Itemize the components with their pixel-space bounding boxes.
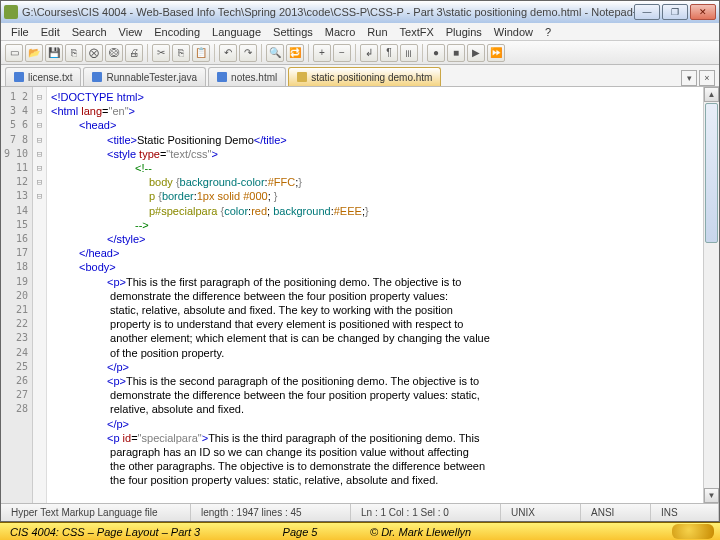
copy-icon[interactable]: ⎘ bbox=[172, 44, 190, 62]
menu-run[interactable]: Run bbox=[361, 26, 393, 38]
toolbar-sep bbox=[422, 44, 423, 62]
menu-file[interactable]: File bbox=[5, 26, 35, 38]
footer-course: CIS 4004: CSS – Page Layout – Part 3 bbox=[0, 526, 240, 538]
vertical-scrollbar[interactable]: ▲ ▼ bbox=[703, 87, 719, 503]
cut-icon[interactable]: ✂ bbox=[152, 44, 170, 62]
menu-textfx[interactable]: TextFX bbox=[394, 26, 440, 38]
tab-static-positioning[interactable]: static positioning demo.htm bbox=[288, 67, 441, 86]
wrap-icon[interactable]: ↲ bbox=[360, 44, 378, 62]
footer-page: Page 5 bbox=[240, 526, 360, 538]
scroll-up-icon[interactable]: ▲ bbox=[704, 87, 719, 102]
play-macro-icon[interactable]: ▶ bbox=[467, 44, 485, 62]
menu-plugins[interactable]: Plugins bbox=[440, 26, 488, 38]
line-gutter: 1 2 3 4 5 6 7 8 9 10 11 12 13 14 15 16 1… bbox=[1, 87, 33, 503]
paste-icon[interactable]: 📋 bbox=[192, 44, 210, 62]
toolbar-sep bbox=[355, 44, 356, 62]
status-filetype: Hyper Text Markup Language file bbox=[1, 504, 191, 521]
menu-settings[interactable]: Settings bbox=[267, 26, 319, 38]
save-icon[interactable]: 💾 bbox=[45, 44, 63, 62]
file-icon bbox=[217, 72, 227, 82]
tab-runnable[interactable]: RunnableTester.java bbox=[83, 67, 206, 86]
menu-window[interactable]: Window bbox=[488, 26, 539, 38]
tab-list-icon[interactable]: ▾ bbox=[681, 70, 697, 86]
tab-license[interactable]: license.txt bbox=[5, 67, 81, 86]
footer-author: © Dr. Mark Llewellyn bbox=[360, 526, 481, 538]
menu-encoding[interactable]: Encoding bbox=[148, 26, 206, 38]
scroll-down-icon[interactable]: ▼ bbox=[704, 488, 719, 503]
titlebar[interactable]: G:\Courses\CIS 4004 - Web-Based Info Tec… bbox=[1, 1, 719, 23]
code-area[interactable]: <!DOCTYPE html><html lang="en"><head><ti… bbox=[47, 87, 703, 503]
statusbar: Hyper Text Markup Language file length :… bbox=[1, 503, 719, 521]
tab-notes[interactable]: notes.html bbox=[208, 67, 286, 86]
app-window: G:\Courses\CIS 4004 - Web-Based Info Tec… bbox=[0, 0, 720, 522]
slide-footer: CIS 4004: CSS – Page Layout – Part 3 Pag… bbox=[0, 522, 720, 540]
zoom-out-icon[interactable]: − bbox=[333, 44, 351, 62]
indent-guide-icon[interactable]: ⫼ bbox=[400, 44, 418, 62]
menu-language[interactable]: Language bbox=[206, 26, 267, 38]
minimize-button[interactable]: — bbox=[634, 4, 660, 20]
tabbar: license.txt RunnableTester.java notes.ht… bbox=[1, 65, 719, 87]
ucf-logo-icon bbox=[672, 524, 714, 539]
editor: 1 2 3 4 5 6 7 8 9 10 11 12 13 14 15 16 1… bbox=[1, 87, 719, 503]
play-multi-icon[interactable]: ⏩ bbox=[487, 44, 505, 62]
maximize-button[interactable]: ❐ bbox=[662, 4, 688, 20]
window-title: G:\Courses\CIS 4004 - Web-Based Info Tec… bbox=[22, 6, 634, 18]
stop-macro-icon[interactable]: ■ bbox=[447, 44, 465, 62]
toolbar-sep bbox=[261, 44, 262, 62]
show-chars-icon[interactable]: ¶ bbox=[380, 44, 398, 62]
record-macro-icon[interactable]: ● bbox=[427, 44, 445, 62]
file-icon bbox=[92, 72, 102, 82]
find-icon[interactable]: 🔍 bbox=[266, 44, 284, 62]
toolbar-sep bbox=[147, 44, 148, 62]
save-all-icon[interactable]: ⎘ bbox=[65, 44, 83, 62]
status-position: Ln : 1 Col : 1 Sel : 0 bbox=[351, 504, 501, 521]
menu-view[interactable]: View bbox=[113, 26, 149, 38]
status-encoding: ANSI bbox=[581, 504, 651, 521]
tab-close-icon[interactable]: × bbox=[699, 70, 715, 86]
fold-gutter[interactable]: ⊟ ⊟ ⊟ ⊟ ⊟ ⊟ ⊟ ⊟ bbox=[33, 87, 47, 503]
scroll-thumb[interactable] bbox=[705, 103, 718, 243]
close-file-icon[interactable]: ⨂ bbox=[85, 44, 103, 62]
menu-macro[interactable]: Macro bbox=[319, 26, 362, 38]
open-file-icon[interactable]: 📂 bbox=[25, 44, 43, 62]
app-icon bbox=[4, 5, 18, 19]
replace-icon[interactable]: 🔁 bbox=[286, 44, 304, 62]
close-all-icon[interactable]: ⨷ bbox=[105, 44, 123, 62]
toolbar: ▭ 📂 💾 ⎘ ⨂ ⨷ 🖨 ✂ ⎘ 📋 ↶ ↷ 🔍 🔁 + − ↲ ¶ ⫼ ● … bbox=[1, 41, 719, 65]
menu-edit[interactable]: Edit bbox=[35, 26, 66, 38]
redo-icon[interactable]: ↷ bbox=[239, 44, 257, 62]
status-length: length : 1947 lines : 45 bbox=[191, 504, 351, 521]
menu-search[interactable]: Search bbox=[66, 26, 113, 38]
status-insert: INS bbox=[651, 504, 719, 521]
file-icon bbox=[14, 72, 24, 82]
file-icon bbox=[297, 72, 307, 82]
print-icon[interactable]: 🖨 bbox=[125, 44, 143, 62]
status-eol: UNIX bbox=[501, 504, 581, 521]
zoom-in-icon[interactable]: + bbox=[313, 44, 331, 62]
toolbar-sep bbox=[214, 44, 215, 62]
menubar: File Edit Search View Encoding Language … bbox=[1, 23, 719, 41]
new-file-icon[interactable]: ▭ bbox=[5, 44, 23, 62]
close-button[interactable]: ✕ bbox=[690, 4, 716, 20]
toolbar-sep bbox=[308, 44, 309, 62]
undo-icon[interactable]: ↶ bbox=[219, 44, 237, 62]
menu-help[interactable]: ? bbox=[539, 26, 557, 38]
